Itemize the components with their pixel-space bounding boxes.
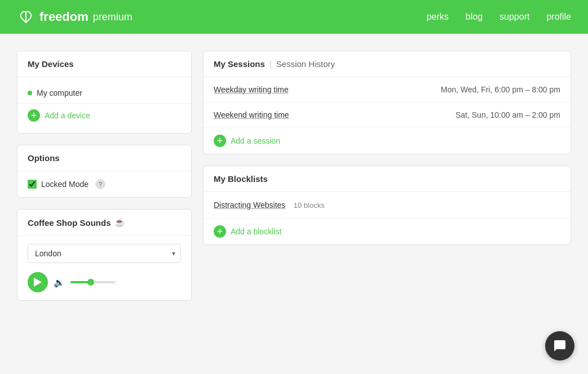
blocklist-row: Distracting Websites 10 blocks (204, 192, 571, 219)
nav-perks[interactable]: perks (427, 12, 449, 22)
logo-premium-text: premium (93, 11, 132, 23)
add-session-row[interactable]: + Add a session (204, 128, 571, 154)
blocks-badge: 10 blocks (294, 201, 325, 210)
locked-mode-label: Locked Mode (41, 180, 89, 189)
session-name-weekend[interactable]: Weekend writing time (214, 110, 289, 119)
main-content: My Devices My computer + Add a device Op… (0, 34, 588, 318)
add-blocklist-label: Add a blocklist (231, 227, 281, 236)
add-device-row[interactable]: + Add a device (17, 103, 191, 127)
add-session-icon: + (214, 135, 226, 147)
volume-icon: 🔉 (54, 277, 65, 288)
device-status-dot (28, 91, 32, 95)
session-row: Weekend writing time Sat, Sun, 10:00 am … (204, 103, 571, 128)
main-nav: perks blog support profile (427, 12, 571, 22)
volume-thumb (87, 279, 94, 286)
blocklists-card: My Blocklists Distracting Websites 10 bl… (203, 166, 571, 245)
coffee-card-body: London Paris New York Tokyo ▾ 🔉 (17, 236, 191, 300)
locked-mode-row: Locked Mode ? (28, 179, 181, 189)
blocklist-name[interactable]: Distracting Websites (214, 201, 285, 210)
tab-my-sessions[interactable]: My Sessions (214, 59, 265, 69)
coffee-card: Coffee Shop Sounds ☕ London Paris New Yo… (17, 209, 192, 301)
options-card-header: Options (17, 145, 191, 171)
svg-marker-1 (34, 278, 42, 287)
session-row: Weekday writing time Mon, Wed, Fri, 6:00… (204, 77, 571, 103)
left-column: My Devices My computer + Add a device Op… (17, 51, 192, 301)
locked-mode-checkbox[interactable] (28, 180, 37, 189)
chat-button[interactable] (545, 331, 574, 360)
logo-area: freedom premium (17, 8, 132, 26)
devices-card-body: My computer + Add a device (17, 77, 191, 133)
options-card-body: Locked Mode ? (17, 171, 191, 197)
app-header: freedom premium perks blog support profi… (0, 0, 588, 34)
add-session-label: Add a session (231, 136, 280, 145)
tab-divider: | (269, 59, 272, 69)
location-select[interactable]: London Paris New York Tokyo (28, 244, 181, 263)
coffee-title: Coffee Shop Sounds (28, 218, 111, 228)
right-column: My Sessions | Session History Weekday wr… (203, 51, 571, 301)
nav-profile[interactable]: profile (546, 12, 571, 22)
location-select-wrapper: London Paris New York Tokyo ▾ (28, 244, 181, 263)
blocklist-name-area: Distracting Websites 10 blocks (214, 200, 325, 210)
nav-support[interactable]: support (499, 12, 529, 22)
devices-card: My Devices My computer + Add a device (17, 51, 192, 133)
add-blocklist-row[interactable]: + Add a blocklist (204, 219, 571, 244)
tab-session-history[interactable]: Session History (276, 59, 335, 69)
coffee-emoji: ☕ (114, 217, 125, 228)
play-button[interactable] (28, 272, 48, 292)
session-name-weekday[interactable]: Weekday writing time (214, 85, 289, 94)
device-name: My computer (37, 88, 82, 97)
add-blocklist-icon: + (214, 225, 226, 238)
coffee-card-header: Coffee Shop Sounds ☕ (17, 210, 191, 236)
audio-controls: 🔉 (28, 272, 181, 292)
device-item: My computer (17, 83, 191, 103)
options-card: Options Locked Mode ? (17, 145, 192, 198)
add-device-icon: + (28, 109, 40, 122)
add-device-label: Add a device (45, 111, 90, 120)
blocklists-header: My Blocklists (204, 166, 571, 192)
volume-slider[interactable] (70, 281, 116, 283)
devices-card-header: My Devices (17, 51, 191, 77)
session-time-weekday: Mon, Wed, Fri, 6:00 pm – 8:00 pm (441, 85, 560, 94)
logo-freedom-text: freedom (39, 10, 89, 24)
locked-mode-help[interactable]: ? (95, 179, 105, 189)
sessions-card: My Sessions | Session History Weekday wr… (203, 51, 571, 154)
session-time-weekend: Sat, Sun, 10:00 am – 2:00 pm (456, 110, 560, 119)
nav-blog[interactable]: blog (466, 12, 483, 22)
freedom-logo-icon (17, 8, 35, 26)
sessions-header: My Sessions | Session History (204, 51, 571, 77)
